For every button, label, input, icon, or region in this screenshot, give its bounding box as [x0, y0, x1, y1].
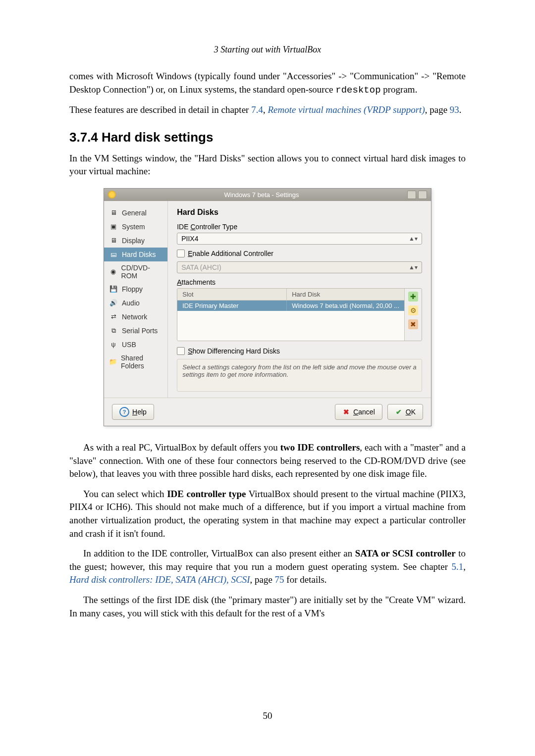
- bold-text: SATA or SCSI controller: [355, 548, 456, 558]
- minimize-icon[interactable]: [407, 191, 416, 199]
- sidebar-item-system[interactable]: ▣System: [104, 220, 167, 234]
- document-page: 3 Starting out with VirtualBox comes wit…: [0, 0, 535, 756]
- column-header-slot: Slot: [177, 289, 287, 300]
- sidebar-item-label: Audio: [122, 299, 140, 307]
- sidebar-item-label: General: [122, 209, 147, 217]
- bold-text: two IDE controllers: [280, 442, 360, 453]
- cell-harddisk: Windows 7 beta.vdi (Normal, 20,00 ...: [287, 301, 404, 311]
- text: These features are described in detail i…: [69, 104, 251, 115]
- link-page-ref[interactable]: 93: [450, 104, 459, 115]
- footer-right: ✖ Cancel ✔ OK: [335, 404, 423, 420]
- checkbox-icon: [177, 250, 185, 257]
- screenshot-figure: Windows 7 beta - Settings 🖥General ▣Syst…: [69, 188, 466, 426]
- paragraph: These features are described in detail i…: [69, 103, 466, 117]
- text: In addition to the IDE controller, Virtu…: [83, 548, 355, 558]
- usb-icon: ψ: [109, 340, 118, 349]
- mnemonic: C: [353, 408, 358, 416]
- hint-box: Select a settings category from the list…: [177, 359, 422, 392]
- paragraph: The settings of the first IDE disk (the …: [69, 594, 466, 620]
- text: , page: [425, 104, 450, 115]
- sidebar-item-audio[interactable]: 🔊Audio: [104, 296, 167, 310]
- sidebar-item-label: Display: [122, 237, 145, 245]
- ide-controller-label: IDE Controller Type: [177, 223, 422, 231]
- page-number: 50: [0, 710, 535, 721]
- table-header: Slot Hard Disk: [177, 289, 404, 301]
- footer-left: ? Help: [112, 404, 154, 420]
- text: nable Additional Controller: [193, 250, 273, 257]
- additional-controller-dropdown: SATA (AHCI) ▲▾: [177, 261, 422, 273]
- monitor-icon: 🖥: [109, 236, 118, 245]
- code-text: rdesktop: [335, 85, 380, 96]
- settings-dialog: Windows 7 beta - Settings 🖥General ▣Syst…: [104, 188, 431, 426]
- add-attachment-button[interactable]: ✚: [408, 292, 418, 302]
- sidebar-item-label: System: [122, 223, 145, 231]
- paragraph: comes with Microsoft Windows (typically …: [69, 70, 466, 97]
- sidebar-item-floppy[interactable]: 💾Floppy: [104, 282, 167, 296]
- button-label: OK: [406, 408, 416, 416]
- link-page-ref[interactable]: 75: [275, 574, 284, 585]
- show-differencing-checkbox[interactable]: Show Differencing Hard Disks: [177, 347, 422, 355]
- cancel-icon: ✖: [342, 408, 350, 416]
- text: , page: [250, 574, 274, 585]
- enable-additional-controller-checkbox[interactable]: Enable Additional Controller: [177, 250, 422, 257]
- remove-attachment-button[interactable]: ✖: [408, 319, 418, 329]
- help-button[interactable]: ? Help: [112, 404, 154, 420]
- text: ontroller Type: [196, 223, 238, 231]
- text: As with a real PC, VirtualBox by default…: [83, 442, 280, 453]
- sidebar-item-label: Hard Disks: [122, 251, 156, 258]
- mnemonic: H: [132, 408, 137, 416]
- paragraph: In the VM Settings window, the "Hard Dis…: [69, 152, 466, 178]
- sidebar-item-usb[interactable]: ψUSB: [104, 338, 167, 352]
- dialog-footer: ? Help ✖ Cancel ✔ OK: [104, 398, 431, 426]
- pc-icon: 🖥: [109, 208, 118, 217]
- text: K: [411, 408, 416, 416]
- ok-icon: ✔: [395, 408, 403, 416]
- link-chapter-title[interactable]: Remote virtual machines (VRDP support): [268, 104, 425, 115]
- text: You can select which: [83, 489, 167, 499]
- folder-icon: 📁: [109, 357, 117, 366]
- dropdown-value: SATA (AHCI): [181, 263, 221, 271]
- link-chapter-ref[interactable]: 7.4: [251, 104, 263, 115]
- checkbox-label: Enable Additional Controller: [188, 250, 273, 257]
- button-label: Help: [132, 408, 147, 416]
- serial-icon: ⧉: [109, 326, 118, 335]
- sidebar-item-label: Floppy: [122, 285, 143, 293]
- settings-sidebar: 🖥General ▣System 🖥Display 🖴Hard Disks ◉C…: [104, 201, 168, 398]
- window-title: Windows 7 beta - Settings: [116, 191, 407, 199]
- ok-button[interactable]: ✔ OK: [387, 404, 423, 420]
- sidebar-item-cddvd[interactable]: ◉CD/DVD-ROM: [104, 261, 167, 282]
- mnemonic: C: [190, 223, 195, 231]
- link-chapter-ref[interactable]: 5.1: [452, 561, 464, 572]
- text: ,: [463, 561, 466, 572]
- disc-icon: ◉: [109, 267, 117, 276]
- link-chapter-title[interactable]: Hard disk controllers: IDE, SATA (AHCI),…: [69, 574, 250, 585]
- checkbox-icon: [177, 347, 185, 355]
- sidebar-item-shared-folders[interactable]: 📁Shared Folders: [104, 352, 167, 372]
- sidebar-item-serial[interactable]: ⧉Serial Ports: [104, 324, 167, 338]
- sidebar-item-general[interactable]: 🖥General: [104, 206, 167, 220]
- audio-icon: 🔊: [109, 299, 118, 307]
- text: ancel: [358, 408, 374, 416]
- table-empty-area: [177, 311, 404, 341]
- text: elp: [137, 408, 147, 416]
- text: program.: [381, 84, 418, 95]
- sidebar-item-network[interactable]: ⇄Network: [104, 310, 167, 324]
- table-action-bar: ✚ ⚙ ✖: [404, 289, 422, 341]
- sidebar-item-display[interactable]: 🖥Display: [104, 234, 167, 248]
- dropdown-value: PIIX4: [181, 235, 198, 243]
- cancel-button[interactable]: ✖ Cancel: [335, 404, 382, 420]
- paragraph: As with a real PC, VirtualBox by default…: [69, 441, 466, 481]
- ide-controller-dropdown[interactable]: PIIX4 ▲▾: [177, 233, 422, 245]
- table-row[interactable]: IDE Primary Master Windows 7 beta.vdi (N…: [177, 301, 404, 311]
- floppy-icon: 💾: [109, 285, 118, 294]
- configure-attachment-button[interactable]: ⚙: [408, 305, 418, 315]
- mnemonic: E: [188, 250, 192, 257]
- mnemonic: O: [406, 408, 411, 416]
- close-icon[interactable]: [418, 191, 427, 199]
- sidebar-item-label: USB: [122, 341, 136, 349]
- cell-slot: IDE Primary Master: [177, 301, 287, 311]
- harddisk-icon: 🖴: [109, 250, 118, 259]
- text: for details.: [284, 574, 327, 585]
- sidebar-item-hard-disks[interactable]: 🖴Hard Disks: [104, 248, 167, 261]
- content-header: Hard Disks: [177, 208, 422, 217]
